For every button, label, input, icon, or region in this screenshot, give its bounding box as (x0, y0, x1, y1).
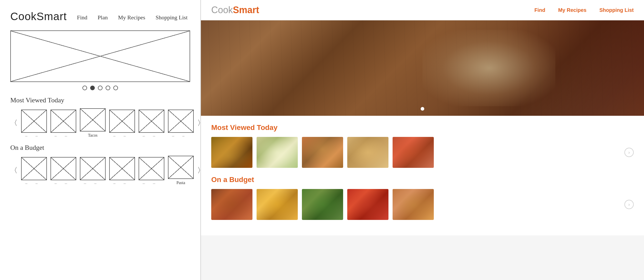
sketch-item-4 (109, 110, 135, 133)
sketch-b-label-1 (24, 182, 44, 184)
hero-background (201, 20, 644, 116)
sketch-b-item-2 (50, 157, 76, 180)
sketch-item-3 (80, 108, 106, 131)
sketch-label-1 (24, 134, 44, 136)
sketch-dot-5[interactable] (113, 86, 118, 90)
app-navigation: Find My Recipes Shopping List (534, 7, 634, 13)
sketch-item-2 (50, 110, 76, 133)
sketch-next-arrow-1[interactable]: 〉 (197, 118, 205, 128)
sketch-b-item6-label: Pasta (176, 180, 185, 185)
sketch-label-5 (141, 134, 162, 136)
carousel-next-btn-2[interactable]: › (624, 200, 634, 209)
sketch-row1: 〈 Tacos (10, 108, 190, 138)
hero-banner (201, 20, 644, 116)
nav-find[interactable]: Find (534, 7, 545, 13)
section1-title: Most Viewed Today (211, 123, 634, 132)
sketch-item-wrapper-5 (139, 110, 164, 136)
recipe-card-b-4[interactable] (347, 189, 388, 220)
logo-smart-text: Smart (233, 5, 259, 15)
sketch-dot-1[interactable] (82, 86, 87, 90)
sketch-item-6 (168, 110, 194, 133)
sketch-b-label-4 (112, 182, 132, 184)
sketch-b-item-5 (139, 157, 164, 180)
sketch-b-item-4 (109, 157, 135, 180)
sketch-b-item-wrapper-6: Pasta (168, 156, 194, 185)
section2-title: On a Budget (211, 176, 634, 184)
sketch-nav-shopping[interactable]: Shopping List (156, 14, 188, 21)
sketch-next-arrow-2[interactable]: 〉 (197, 166, 205, 175)
carousel-next-btn-1[interactable]: › (624, 148, 634, 157)
sketch-nav-find[interactable]: Find (77, 14, 87, 21)
sketch-nav-recipes[interactable]: My Recipes (118, 14, 145, 21)
app-header: CookSmart Find My Recipes Shopping List (201, 0, 644, 20)
sketch-item-1 (21, 110, 47, 133)
sketch-item-wrapper-1 (21, 110, 47, 136)
sketch-item-wrapper-6 (168, 110, 194, 136)
sketch-logo: CookSmart (10, 10, 67, 23)
sketch-b-item-3 (80, 157, 106, 180)
sketch-nav: Find Plan My Recipes Shopping List (77, 14, 188, 21)
sketch-section2-title: On a Budget (10, 144, 190, 152)
sketch-b-item-wrapper-4 (109, 157, 135, 184)
hero-carousel-indicator[interactable] (421, 107, 424, 111)
logo-cook-text: Cook (211, 5, 233, 15)
recipe-card-b-3[interactable] (302, 189, 343, 220)
recipe-card-b-5[interactable] (393, 189, 434, 220)
recipe-card-mv-5[interactable] (393, 137, 434, 168)
recipe-card-b-2[interactable] (257, 189, 298, 220)
rendered-panel: CookSmart Find My Recipes Shopping List … (201, 0, 644, 280)
recipe-card-b-1[interactable] (211, 189, 252, 220)
recipe-card-mv-2[interactable] (257, 137, 298, 168)
sketch-b-label-5 (141, 182, 162, 184)
nav-my-recipes[interactable]: My Recipes (558, 7, 587, 13)
most-viewed-row: › (211, 137, 634, 168)
sketch-b-item-wrapper-2 (50, 157, 76, 184)
budget-row: › (211, 189, 634, 220)
sketch-dot-2[interactable] (90, 86, 95, 90)
sketch-section1-title: Most Viewed Today (10, 96, 190, 104)
sketch-dot-3[interactable] (98, 86, 103, 90)
sketch-item3-label: Tacos (88, 133, 97, 138)
sketch-label-2 (53, 134, 74, 136)
sketch-hero-banner (10, 30, 190, 82)
wireframe-panel: CookSmart Find Plan My Recipes Shopping … (0, 0, 201, 280)
sketch-item-wrapper-2 (50, 110, 76, 136)
sketch-label-4 (112, 134, 132, 136)
sketch-b-item-wrapper-1 (21, 157, 47, 184)
sketch-b-label-3 (82, 182, 103, 184)
sketch-prev-arrow-1[interactable]: 〈 (10, 118, 18, 128)
sketch-b-label-2 (53, 182, 74, 184)
sketch-carousel-dots (10, 86, 190, 90)
app-logo: CookSmart (211, 5, 259, 15)
chevron-right-icon-1: › (628, 150, 630, 155)
sketch-prev-arrow-2[interactable]: 〈 (10, 166, 18, 175)
sketch-dot-4[interactable] (106, 86, 110, 90)
sketch-b-item-1 (21, 157, 47, 180)
recipe-card-mv-3[interactable] (302, 137, 343, 168)
sketch-item-wrapper-4 (109, 110, 135, 136)
recipe-card-mv-4[interactable] (347, 137, 388, 168)
sketch-row2: 〈 (10, 156, 190, 185)
recipe-card-mv-1[interactable] (211, 137, 252, 168)
sketch-nav-plan[interactable]: Plan (98, 14, 108, 21)
sketch-item-wrapper-3: Tacos (80, 108, 106, 138)
sketch-b-item-wrapper-5 (139, 157, 164, 184)
sketch-label-6 (171, 134, 191, 136)
chevron-right-icon-2: › (628, 202, 630, 207)
sketch-item-5 (139, 110, 164, 133)
sketch-b-item-6 (168, 156, 194, 179)
sketch-b-item-wrapper-3 (80, 157, 106, 184)
content-area: Most Viewed Today › On a Budget (201, 116, 644, 235)
nav-shopping-list[interactable]: Shopping List (599, 7, 634, 13)
